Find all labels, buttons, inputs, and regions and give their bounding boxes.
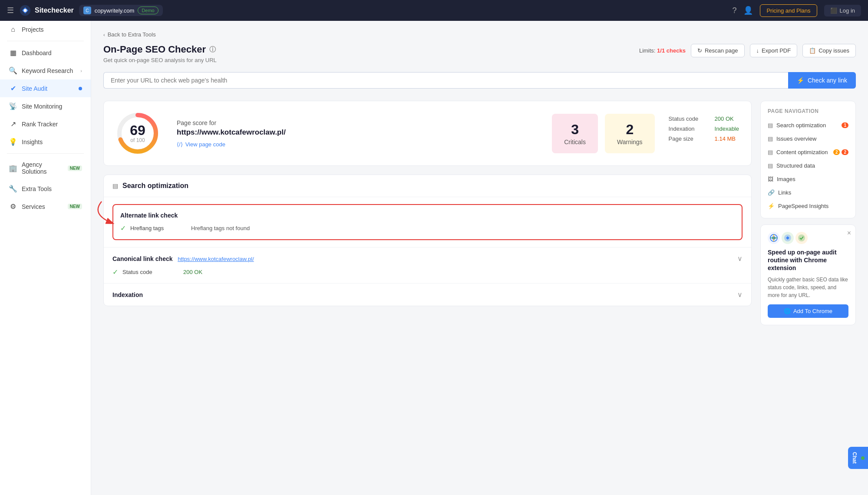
copy-issues-button[interactable]: 📋 Copy issues (802, 44, 856, 57)
nav-item-issues-overview[interactable]: ▤ Issues overview (761, 132, 855, 145)
sidebar-label: Services (22, 203, 63, 210)
nav-item-structured-data[interactable]: ▤ Structured data (761, 159, 855, 172)
alternate-link-card: Alternate link check ✓ Hreflang tags Hre… (112, 204, 743, 240)
rescan-page-button[interactable]: ↻ Rescan page (691, 44, 745, 57)
sidebar-divider (7, 41, 84, 41)
add-user-icon[interactable]: 👤 (743, 6, 753, 15)
chrome-card-description: Quickly gather basic SEO data like statu… (768, 276, 848, 299)
sidebar-label: Dashboard (22, 50, 82, 56)
indexation-label: Indexation (669, 125, 708, 132)
section-title: Search optimization (122, 182, 188, 190)
sidebar-item-dashboard[interactable]: ▦ Dashboard (0, 44, 91, 62)
sidebar-item-site-audit[interactable]: ✔ Site Audit (0, 79, 91, 97)
demo-badge: Demo (138, 7, 158, 14)
login-button[interactable]: ⬛ Log in (824, 5, 861, 16)
status-code-value: 200 OK (715, 116, 734, 122)
warnings-card: 2 Warnings (605, 114, 655, 153)
links-icon: 🔗 (768, 189, 775, 196)
site-badge[interactable]: C copywritely.com Demo (79, 5, 163, 16)
chevron-icon: › (80, 68, 82, 73)
url-input-row: ⚡ Check any link (103, 72, 856, 89)
score-ring: 69 of 100 (116, 112, 159, 155)
sidebar-item-site-monitoring[interactable]: 📡 Site Monitoring (0, 97, 91, 115)
score-info: Page score for https://www.kotcafewrocla… (177, 119, 535, 148)
view-page-code-link[interactable]: ⟨/⟩ View page code (177, 141, 535, 148)
export-pdf-button[interactable]: ↓ Export PDF (750, 44, 798, 57)
check-link-button[interactable]: ⚡ Check any link (788, 72, 856, 89)
code-icon: ⟨/⟩ (177, 141, 183, 148)
blue-dot-indicator (79, 87, 82, 90)
score-page-label: Page score for (177, 119, 535, 126)
export-label: Export PDF (762, 47, 791, 54)
sidebar-item-insights[interactable]: 💡 Insights (0, 133, 91, 151)
url-input[interactable] (103, 72, 788, 89)
site-name: copywritely.com (95, 7, 135, 14)
collapse-indexation-button[interactable]: ∨ (737, 290, 743, 299)
indexation-title: Indexation (112, 291, 143, 298)
help-circle-icon[interactable]: ⓘ (209, 46, 216, 54)
svg-point-1 (24, 9, 27, 12)
chat-widget[interactable]: Chat (848, 447, 868, 469)
nav-item-content-optimization[interactable]: ▤ Content optimization 2 2 (761, 145, 855, 159)
score-number: 69 (130, 123, 145, 137)
sidebar-label: Projects (22, 26, 82, 33)
chrome-btn-icon: 🌐 (784, 308, 791, 314)
page-size-label: Page size (669, 135, 708, 142)
canonical-title: Canonical link check https://www.kotcafe… (112, 255, 254, 262)
check-link-icon: ⚡ (797, 77, 804, 84)
sidebar-label: Site Audit (22, 85, 74, 92)
logo-text: Sitechecker (35, 7, 74, 14)
sidebar-divider (7, 153, 84, 154)
canonical-url-link[interactable]: https://www.kotcafewroclaw.pl/ (178, 256, 254, 262)
nav-item-search-optimization[interactable]: ▤ Search optimization 1 (761, 119, 855, 132)
right-panel: Page navigation ▤ Search optimization 1 … (760, 101, 856, 325)
pricing-button[interactable]: Pricing and Plans (760, 4, 817, 17)
page-size-value: 1.14 MB (715, 135, 736, 142)
canonical-link-area: Canonical link check https://www.kotcafe… (104, 247, 751, 283)
nav-label: Images (777, 176, 795, 182)
images-icon: 🖼 (768, 176, 773, 182)
nav-label: Content optimization (776, 149, 828, 155)
canonical-status-row: ✓ Status code 200 OK (112, 268, 743, 276)
nav-icon: ▤ (768, 122, 773, 129)
sidebar: ⌂ Projects ▦ Dashboard 🔍 Keyword Researc… (0, 21, 91, 495)
rescan-icon: ↻ (697, 47, 702, 54)
content-opt-badges: 2 2 (833, 149, 848, 155)
sidebar-item-rank-tracker[interactable]: ↗ Rank Tracker (0, 115, 91, 133)
extra-tools-icon: 🔧 (9, 185, 17, 193)
hreflang-value: Hreflang tags not found (191, 225, 250, 231)
sidebar-label: Rank Tracker (22, 121, 82, 128)
sidebar-item-agency-solutions[interactable]: 🏢 Agency Solutions NEW (0, 156, 91, 180)
breadcrumb[interactable]: ‹ Back to Extra Tools (103, 31, 856, 38)
sidebar-item-extra-tools[interactable]: 🔧 Extra Tools (0, 180, 91, 198)
nav-item-images[interactable]: 🖼 Images (761, 172, 855, 186)
add-to-chrome-button[interactable]: 🌐 Add To Chrome (768, 304, 848, 318)
nav-item-links[interactable]: 🔗 Links (761, 186, 855, 199)
collapse-canonical-button[interactable]: ∨ (737, 254, 743, 263)
alternate-link-area: Alternate link check ✓ Hreflang tags Hre… (104, 197, 751, 247)
criticals-card: 3 Criticals (552, 114, 598, 153)
canonical-status-label: Status code (122, 269, 179, 275)
nav-item-pagespeed[interactable]: ⚡ PageSpeed Insights (761, 199, 855, 213)
page-title-text: On-Page SEO Checker (103, 44, 206, 55)
sidebar-item-projects[interactable]: ⌂ Projects (0, 21, 91, 38)
indexation-value: Indexable (715, 125, 739, 132)
chrome-card-close-button[interactable]: × (847, 229, 851, 237)
page-nav-title: Page navigation (761, 106, 855, 119)
sidebar-item-keyword-research[interactable]: 🔍 Keyword Research › (0, 62, 91, 79)
sidebar-item-services[interactable]: ⚙ Services NEW (0, 198, 91, 215)
hreflang-label: Hreflang tags (130, 225, 187, 231)
logo[interactable]: Sitechecker (19, 4, 74, 16)
sidebar-label: Extra Tools (22, 185, 82, 192)
help-icon[interactable]: ? (732, 6, 736, 15)
hamburger-icon[interactable]: ☰ (7, 6, 14, 15)
section-icon: ▤ (112, 182, 118, 189)
indexation-row: Indexation Indexable (669, 124, 739, 134)
login-icon: ⬛ (830, 7, 837, 14)
svg-point-9 (798, 234, 805, 241)
topnav-right: ? 👤 Pricing and Plans ⬛ Log in (732, 4, 861, 17)
copy-label: Copy issues (818, 47, 849, 54)
page-header: On-Page SEO Checker ⓘ Get quick on-page … (103, 44, 856, 63)
chrome-extension-card: × (760, 224, 856, 325)
back-arrow-icon: ‹ (103, 32, 105, 37)
